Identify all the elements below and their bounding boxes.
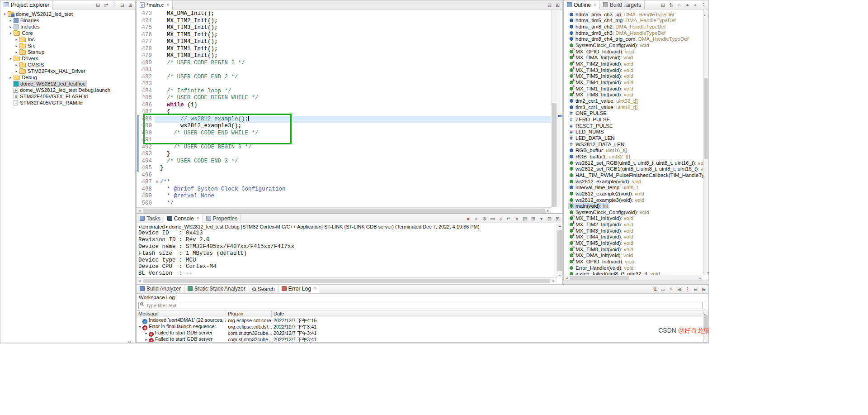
code-line-492[interactable]: 492 /* USER CODE BEGIN 3 */: [137, 144, 551, 151]
scroll-right-icon[interactable]: ▸: [545, 209, 551, 213]
word-wrap-icon[interactable]: ↵: [505, 215, 512, 223]
outline-item-assert-failed-uint8-t-uint32-t[interactable]: assert_failed(uint8_t*, uint32_t) : void: [564, 271, 703, 275]
log-tab-search[interactable]: Search: [249, 285, 278, 294]
code-line-484[interactable]: 484 /* Infinite loop */: [137, 88, 551, 95]
outline-tab-build-targets[interactable]: Build Targets: [600, 0, 645, 10]
tree-item-src[interactable]: ▸Src: [0, 43, 135, 49]
tree-item-stm32f4xx-hal-driver[interactable]: ▸STM32F4xx_HAL_Driver: [0, 68, 135, 74]
tree-item-stm32f405vgtx-ram-ld[interactable]: STM32F405VGTX_RAM.ld: [0, 100, 135, 106]
code-line-475[interactable]: 475 MX_TIM3_Init();: [137, 24, 551, 32]
code-line-499[interactable]: 499 * @retval None: [137, 193, 551, 200]
code-line-481[interactable]: 481: [137, 67, 551, 74]
open-log-icon[interactable]: ⊞: [676, 285, 683, 293]
tree-collapse-arrow-icon[interactable]: ▾: [8, 31, 13, 35]
code-line-485[interactable]: 485 /* USER CODE BEGIN WHILE */: [137, 95, 551, 102]
scroll-left-icon[interactable]: ◂: [564, 276, 570, 280]
outline-item-mx-tim1-init-void[interactable]: SMX_TIM1_Init(void) : void: [564, 86, 703, 92]
view-menu-icon[interactable]: ⋮: [111, 1, 118, 9]
log-column-header-plug-in[interactable]: Plug-in: [226, 310, 272, 317]
outline-item-mx-tim2-init-void[interactable]: SMX_TIM2_Init(void) : void: [564, 61, 703, 67]
editor-horizontal-scrollbar[interactable]: ◂ ▸: [137, 207, 551, 213]
outline-item-main-void[interactable]: main(void) : int: [564, 203, 703, 209]
outline-item-mx-dma-init-void[interactable]: SMX_DMA_Init(void) : void: [564, 253, 703, 259]
remove-launch-icon[interactable]: ×: [473, 215, 480, 223]
maximize-icon[interactable]: ⊞: [554, 215, 561, 223]
tree-expand-arrow-icon[interactable]: ▸: [14, 50, 19, 54]
minimized-views-chevron[interactable]: »: [128, 339, 131, 345]
outline-item-ws2812-example-void[interactable]: ws2812_example(void) : void: [564, 178, 703, 185]
outline-horizontal-scrollbar[interactable]: ◂ ▸: [564, 275, 703, 281]
outline-item-ws2812-set-rgb1-uint8-t-uint8-t-uint8-t-uint16-t[interactable]: ws2812_set_RGB1(uint8_t, uint8_t, uint8_…: [564, 166, 703, 172]
close-icon[interactable]: ×: [197, 216, 199, 221]
pin-console-icon[interactable]: ⊼: [514, 215, 520, 223]
remove-all-terminated-icon[interactable]: ⊗: [481, 215, 488, 223]
tree-item-binaries[interactable]: ▸Binaries: [0, 17, 135, 24]
log-vertical-scrollbar[interactable]: ▴: [703, 309, 708, 342]
code-line-477[interactable]: 477 MX_TIM4_Init();: [137, 38, 551, 46]
outline-item-ws2812-example3-void[interactable]: ws2812_example3(void) : void: [564, 197, 703, 203]
outline-item-hdma-tim8-ch4-trig-com[interactable]: hdma_tim8_ch4_trig_com : DMA_HandleTypeD…: [564, 36, 703, 43]
log-filter-input[interactable]: [138, 302, 703, 309]
log-tab-error-log[interactable]: Error Log×: [278, 284, 320, 293]
console-horizontal-scrollbar[interactable]: ◂ ▸: [137, 277, 557, 283]
scroll-up-icon[interactable]: ▴: [557, 224, 563, 228]
tree-item-dome-ws2812-led-test-debug-launch[interactable]: dome_WS2812_led_test Debug.launch: [0, 87, 135, 93]
console-tab-properties[interactable]: Properties: [203, 214, 241, 223]
tree-item-includes[interactable]: ▸Includes: [0, 24, 135, 30]
outline-item-reset-pulse[interactable]: #RESET_PULSE: [564, 123, 703, 129]
tree-item-startup[interactable]: ▸Startup: [0, 49, 135, 55]
outline-list[interactable]: hdma_tim5_ch3_up : DMA_HandleTypeDefhdma…: [564, 10, 703, 275]
code-line-500[interactable]: 500 */: [137, 200, 551, 207]
outline-item-hdma-tim5-ch3-up[interactable]: hdma_tim5_ch3_up : DMA_HandleTypeDef: [564, 11, 703, 18]
maximize-icon[interactable]: ⊞: [127, 1, 134, 9]
close-icon[interactable]: ×: [594, 2, 596, 7]
outline-item-mx-tim1-init-void[interactable]: SMX_TIM1_Init(void) : void: [564, 215, 703, 222]
outline-item-systemclock-config-void[interactable]: SystemClock_Config(void) : void: [564, 209, 703, 215]
code-line-479[interactable]: 479 MX_TIM8_Init();: [137, 52, 551, 60]
fold-marker-icon[interactable]: ⊖: [155, 179, 159, 186]
scroll-left-icon[interactable]: ◂: [137, 209, 142, 213]
sort-icon[interactable]: ⇅: [668, 1, 675, 9]
console-output[interactable]: Device ID : 0x413Revision ID : Rev 2.0De…: [137, 230, 562, 277]
code-line-474[interactable]: 474 MX_TIM2_Init();: [137, 18, 551, 25]
code-line-494[interactable]: 494 /* USER CODE END 3 */: [137, 158, 551, 165]
log-expand-arrow-icon[interactable]: ▸: [144, 331, 149, 335]
code-line-483[interactable]: 483: [137, 81, 551, 88]
tree-expand-arrow-icon[interactable]: ▸: [8, 25, 13, 29]
code-editor[interactable]: 473 MX_DMA_Init();474 MX_TIM2_Init();475…: [137, 10, 562, 213]
outline-item-hdma-tim8-ch3[interactable]: hdma_tim8_ch3 : DMA_HandleTypeDef: [564, 30, 703, 36]
log-row[interactable]: ▾×Error in final launch sequence:org.ecl…: [137, 324, 708, 330]
outline-item-tim2-ccr1-value[interactable]: tim2_ccr1_value : uint32_t[]: [564, 98, 703, 104]
scroll-left-icon[interactable]: ◂: [137, 279, 142, 283]
log-row[interactable]: iIndexed 'uart4DMA1' (22 sources, 1(org.…: [137, 317, 708, 324]
maximize-icon[interactable]: ⊞: [700, 285, 707, 293]
outline-item-mx-tim2-init-void[interactable]: SMX_TIM2_Init(void) : void: [564, 221, 703, 228]
code-line-478[interactable]: 478 MX_TIM1_Init();: [137, 46, 551, 53]
horizontal-scrollbar-thumb[interactable]: [570, 276, 629, 280]
console-tab-console[interactable]: Console×: [164, 214, 203, 223]
horizontal-scrollbar-thumb[interactable]: [143, 209, 545, 213]
outline-item-mx-gpio-init-void[interactable]: SMX_GPIO_Init(void) : void: [564, 48, 703, 55]
minimize-icon[interactable]: ⊟: [119, 1, 126, 9]
outline-item-error-handler-void[interactable]: Error_Handler(void) : void: [564, 265, 703, 271]
console-vertical-scrollbar[interactable]: ▴ ▾: [557, 224, 562, 277]
view-menu-icon[interactable]: ⋮: [684, 285, 691, 293]
log-tab-static-stack-analyzer[interactable]: Static Stack Analyzer: [184, 284, 249, 293]
outline-item-rgb-buffur1[interactable]: RGB_buffur1 : uint32_t[]: [564, 153, 703, 160]
outline-item-mx-tim5-init-void[interactable]: SMX_TIM5_Init(void) : void: [564, 240, 703, 246]
minimize-icon[interactable]: ⊟: [692, 285, 699, 293]
outline-tab-outline[interactable]: Outline×: [564, 0, 600, 10]
tree-item-cmsis[interactable]: ▸CMSIS: [0, 62, 135, 68]
outline-item-hal-tim-pwm-pulsefinishedcallback-tim-handletypedef[interactable]: HAL_TIM_PWM_PulseFinishedCallback(TIM_Ha…: [564, 172, 703, 178]
log-column-header-message[interactable]: Message: [137, 310, 226, 317]
tree-item-dome-ws2812-led-test[interactable]: ▾dome_WS2812_led_test: [0, 11, 135, 17]
overview-ruler[interactable]: [557, 10, 562, 207]
delete-log-icon[interactable]: ×: [668, 285, 675, 293]
tree-expand-arrow-icon[interactable]: ▸: [14, 63, 19, 67]
collapse-all-icon[interactable]: ⊟: [660, 1, 666, 9]
code-line-496[interactable]: 496: [137, 172, 551, 179]
scroll-right-icon[interactable]: ▸: [551, 279, 557, 283]
tree-collapse-arrow-icon[interactable]: ▾: [8, 57, 13, 61]
log-column-header-date[interactable]: Date: [272, 310, 708, 317]
outline-item-one-pulse[interactable]: #ONE_PULSE: [564, 110, 703, 117]
